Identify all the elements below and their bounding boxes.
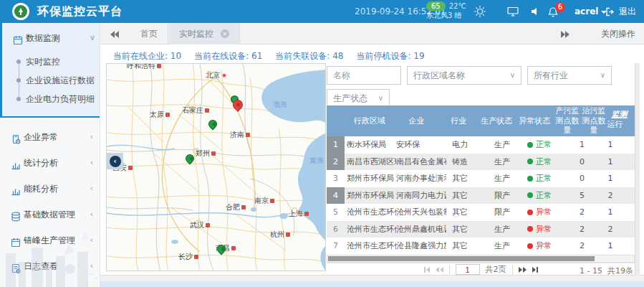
city-label: 石家庄 — [182, 105, 209, 116]
sun-weather-icon — [473, 4, 487, 19]
status-dot-icon — [527, 176, 533, 182]
cell-pollution-count: 0 — [567, 170, 597, 187]
cell-region: 沧州市生态环保局 — [345, 221, 396, 238]
tab-home[interactable]: 首页 — [130, 23, 168, 44]
bullet-dot-icon — [16, 97, 21, 101]
table-row[interactable]: 6 沧州市生态环保局 沧州鼎鑫机电设备 其它 生产 异常 2 2 4 — [327, 221, 635, 238]
industry-select[interactable]: 所有行业∨ — [527, 66, 612, 85]
sidebar-group-2[interactable]: 统计分析 ‹ — [0, 154, 100, 172]
city-label: 合肥 — [226, 202, 246, 212]
monitor-icon[interactable] — [507, 6, 519, 19]
city-marker-icon — [157, 64, 161, 68]
cell-company: 沧州天兴包装制品 — [396, 204, 446, 221]
col-monitor-running[interactable]: 监测 运行 — [607, 105, 635, 136]
sidebar-group-3[interactable]: 能耗分析 ‹ — [0, 179, 100, 198]
city-label: 北京★ — [206, 70, 227, 80]
row-number: 5 — [327, 204, 345, 221]
company-table-body: 1 衡水环保局 安环保 电力 生产 正常 1 1 02 南昌市西湖区环保局 南昌… — [327, 136, 635, 255]
table-row[interactable]: 4 郑州市环保局 河南同力电力设计院 其它 限产 正常 5 2 5 — [327, 187, 635, 204]
bar-chart-icon — [11, 184, 21, 194]
tab-bar: 首页 实时监控 × 关闭操作 — [100, 23, 644, 44]
col-region[interactable]: 行政区域 — [345, 105, 393, 136]
city-marker-icon — [205, 108, 209, 113]
city-marker-icon — [246, 133, 250, 137]
col-company[interactable]: 企业 — [393, 105, 441, 136]
cell-company: 南昌有色金属有限公司 — [396, 154, 446, 171]
map-collapse-button[interactable]: ‹ — [107, 153, 123, 169]
table-row[interactable]: 3 郑州市环保局 河南办事处演示 其它 生产 正常 0 1 0 — [327, 170, 635, 187]
cell-company: 沧县隆鑫强力加气 — [396, 237, 446, 255]
close-operations-menu[interactable]: 关闭操作 — [601, 23, 635, 44]
temperature-label: 22℃ — [449, 1, 466, 11]
region-select[interactable]: 行政区域名称∨ — [407, 66, 522, 85]
app-title: 环保监控云平台 — [37, 0, 122, 23]
chevron-left-icon: ‹ — [90, 128, 93, 146]
notification-badge[interactable]: 6 — [555, 2, 565, 12]
skyline-watermark — [0, 219, 100, 287]
page-number-input[interactable] — [456, 264, 480, 275]
city-label: 济南 — [230, 130, 250, 140]
col-industry[interactable]: 行业 — [440, 105, 478, 136]
tab-realtime-monitor[interactable]: 实时监控 × — [169, 23, 240, 44]
chevron-left-icon: ‹ — [90, 179, 93, 198]
col-abnormal[interactable]: 异常状态 — [516, 105, 554, 136]
col-last-line1: 监测 — [612, 110, 628, 119]
sidebar-group-1[interactable]: 企业异常 ‹ — [0, 128, 100, 146]
cell-industry: 其它 — [446, 204, 487, 221]
row-number: 1 — [327, 136, 345, 154]
cell-running-count: 5 — [624, 187, 635, 204]
horizontal-scrollbar[interactable] — [327, 255, 635, 263]
username-label: acrel — [575, 6, 598, 17]
table-row[interactable]: 7 沧州市生态环保局 沧县隆鑫强力加气 其它 生产 异常 2 1 0 — [327, 237, 635, 255]
table-row[interactable]: 1 衡水环保局 安环保 电力 生产 正常 1 1 0 — [327, 136, 635, 154]
cell-company: 河南办事处演示 — [396, 170, 446, 187]
cell-industry: 其它 — [446, 221, 487, 238]
speaker-icon[interactable] — [530, 6, 540, 19]
sidebar-item-2[interactable]: 企业电力负荷明细 — [2, 90, 100, 108]
cell-pollution-count: 2 — [567, 204, 597, 221]
bullet-dot-icon — [16, 60, 21, 64]
sidebar-group-0[interactable]: 数据监测 ∨ — [2, 29, 100, 47]
hscroll-thumb[interactable] — [328, 256, 595, 261]
bar-chart-icon — [11, 158, 21, 168]
cell-pollution-count: 0 — [567, 154, 597, 171]
table-row[interactable]: 5 沧州市生态环保局 沧州天兴包装制品 其它 限产 异常 2 1 3 — [327, 204, 635, 221]
sidebar-item-0[interactable]: 实时监控 — [2, 53, 100, 70]
row-number: 3 — [327, 170, 345, 187]
cell-production: 生产 — [487, 154, 527, 171]
sea-label: 黄海 — [309, 156, 324, 166]
logout-button[interactable]: 退出 — [605, 0, 636, 23]
cell-treatment-count: 1 — [597, 237, 624, 255]
cell-abnormal-status: 异常 — [527, 221, 567, 238]
status-dot-icon — [527, 210, 533, 215]
china-map[interactable]: 渤海黄海呼和浩特北京★石家庄太原济南郑州西安南京合肥上海武汉杭州长沙南昌 ‹ — [106, 63, 326, 271]
vertical-scrollbar[interactable] — [635, 63, 640, 276]
user-menu[interactable]: acrel — [575, 0, 607, 23]
city-label: 武汉 — [190, 220, 210, 230]
prev-page-button[interactable] — [436, 267, 443, 273]
first-page-button[interactable] — [424, 267, 430, 273]
scroll-tabs-right-icon[interactable] — [561, 30, 572, 37]
name-search-input[interactable] — [327, 66, 401, 85]
col-pollution-points[interactable]: 产污监测点数量 — [553, 105, 580, 136]
last-page-button[interactable] — [532, 267, 538, 273]
database-icon — [11, 210, 21, 220]
cell-running-count: 0 — [624, 237, 635, 255]
next-page-button[interactable] — [519, 267, 527, 273]
city-marker-icon — [241, 205, 246, 210]
cell-production: 生产 — [487, 237, 527, 255]
col-treatment-points[interactable]: 治污监测点数量 — [581, 105, 607, 136]
chevron-down-icon: ∨ — [600, 67, 605, 84]
device-alert-icon — [11, 132, 21, 142]
sidebar-item-1[interactable]: 企业设施运行数据 — [2, 72, 100, 89]
logout-icon — [605, 7, 615, 17]
footer-accent-strip — [100, 281, 644, 287]
table-row[interactable]: 2 南昌市西湖区环保局 南昌有色金属有限公司 铸造 生产 正常 0 1 0 — [327, 154, 635, 171]
close-tab-icon[interactable]: × — [221, 29, 229, 38]
row-number: 7 — [327, 237, 345, 255]
city-label: 太原 — [150, 110, 170, 120]
cell-production: 限产 — [487, 204, 527, 221]
cell-treatment-count: 2 — [597, 221, 624, 238]
scroll-tabs-left-icon[interactable] — [110, 30, 122, 37]
col-production[interactable]: 生产状态 — [479, 105, 516, 136]
